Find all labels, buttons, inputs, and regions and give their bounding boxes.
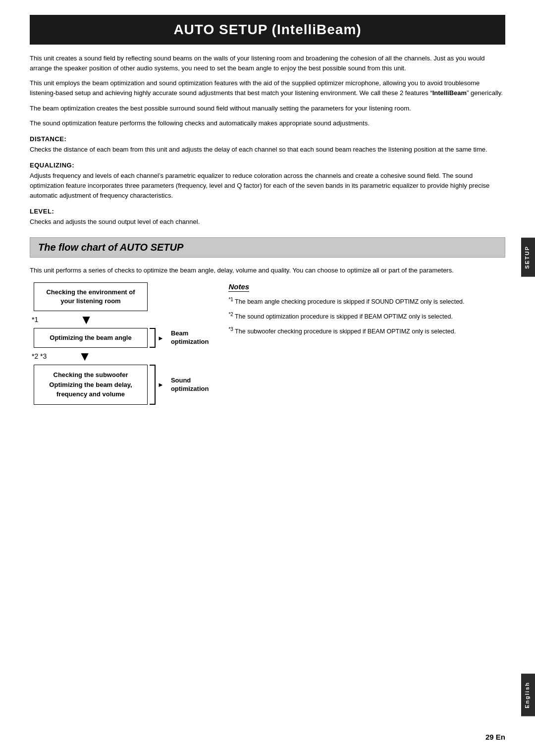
arrow-sound: ► (158, 381, 164, 388)
notes-list: *1 The beam angle checking procedure is … (228, 296, 505, 336)
arrow1-down: ▼ (80, 313, 93, 326)
intro-para4: The sound optimization feature performs … (30, 118, 505, 128)
intro-para2-b: ” generically. (467, 89, 503, 97)
flow-chart-area: Checking the environment of your listeni… (30, 282, 505, 405)
note-item-3: *3 The subwoofer checking procedure is s… (228, 325, 505, 336)
equalizing-text: Adjusts frequency and levels of each cha… (30, 171, 505, 201)
note-item-2: *2 The sound optimization procedure is s… (228, 311, 505, 322)
side-tab-setup: SETUP (521, 238, 535, 277)
page-wrapper: AUTO SETUP (IntelliBeam) This unit creat… (0, 0, 535, 756)
flow-box-2: Optimizing the beam angle (34, 328, 148, 348)
flow-box2-text: Optimizing the beam angle (50, 334, 131, 341)
level-label: Level: (30, 208, 505, 215)
sound-optimization-label: Sound optimization (171, 377, 209, 393)
note-item-1: *1 The beam angle checking procedure is … (228, 296, 505, 307)
intro-para3: The beam optimization creates the best p… (30, 104, 505, 113)
arrow-beam: ► (158, 334, 164, 342)
level-text: Checks and adjusts the sound output leve… (30, 217, 505, 227)
star23-label: *2 *3 (32, 352, 47, 360)
flow-box3-text: Checking the subwooferOptimizing the bea… (49, 371, 132, 398)
flow-chart-title: The flow chart of AUTO SETUP (38, 242, 183, 253)
arrow2-down: ▼ (78, 350, 91, 363)
note3-sup: *3 (228, 326, 233, 332)
flow-left: Checking the environment of your listeni… (30, 282, 209, 405)
page-title-bar: AUTO SETUP (IntelliBeam) (30, 15, 505, 45)
page-title: AUTO SETUP (IntelliBeam) (40, 22, 495, 38)
note2-sup: *2 (228, 312, 233, 317)
intro-para2-a: This unit employs the beam optimization … (30, 79, 480, 97)
distance-label: Distance: (30, 135, 505, 143)
star1-label: *1 (32, 316, 38, 324)
flow-chart-intro: This unit performs a series of checks to… (30, 266, 505, 275)
note1-sup: *1 (228, 297, 233, 302)
flow-box1-line2: your listening room (60, 297, 120, 305)
flow-box-3: Checking the subwooferOptimizing the bea… (34, 365, 148, 405)
flow-chart-header: The flow chart of AUTO SETUP (30, 237, 505, 258)
equalizing-label: Equalizing: (30, 162, 505, 169)
page-number: 29 En (485, 733, 505, 741)
flow-box1-line1: Checking the environment of (46, 288, 135, 296)
notes-title: Notes (228, 282, 249, 292)
intro-para1: This unit creates a sound field by refle… (30, 54, 505, 73)
flow-right: Notes *1 The beam angle checking procedu… (218, 282, 505, 405)
beam-optimization-label: Beam optimization (171, 329, 209, 346)
distance-text: Checks the distance of each beam from th… (30, 145, 505, 155)
flow-box-1: Checking the environment of your listeni… (34, 282, 148, 311)
side-tab-english: English (521, 674, 535, 716)
intro-para2: This unit employs the beam optimization … (30, 78, 505, 98)
intellibeam-brand: IntelliBeam (432, 89, 467, 97)
